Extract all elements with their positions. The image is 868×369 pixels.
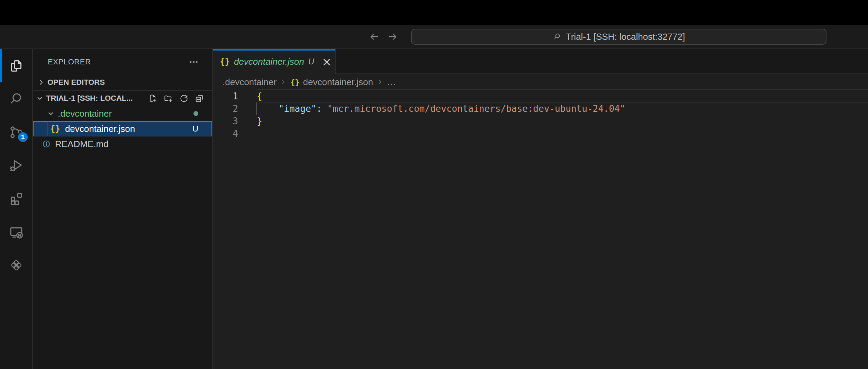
search-magnifier-icon bbox=[8, 91, 24, 107]
tree-item-devcontainer-json[interactable]: {} devcontainer.json U bbox=[33, 121, 212, 136]
remote-explorer-icon bbox=[8, 224, 24, 240]
macos-menubar-strip bbox=[0, 0, 868, 25]
json-file-icon: {} bbox=[50, 124, 60, 134]
chevron-right-icon bbox=[37, 78, 45, 87]
editor-area: {} devcontainer.json U × .devcontainer {… bbox=[213, 49, 868, 369]
sidebar-title: EXPLORER bbox=[48, 57, 91, 66]
breadcrumbs: .devcontainer {} devcontainer.json … bbox=[213, 74, 868, 90]
code-line: 1 { bbox=[213, 90, 868, 102]
chevron-right-icon bbox=[377, 79, 383, 86]
breadcrumb-folder[interactable]: .devcontainer bbox=[223, 77, 277, 88]
activity-item-source-control[interactable]: 1 bbox=[0, 116, 32, 149]
extensions-icon bbox=[8, 191, 24, 207]
tab-bar: {} devcontainer.json U × bbox=[213, 49, 868, 74]
code-line: 3 } bbox=[213, 115, 868, 127]
titlebar: Trial-1 [SSH: localhost:32772] bbox=[0, 25, 868, 49]
json-file-icon: {} bbox=[220, 57, 230, 66]
activity-item-remote-explorer[interactable] bbox=[0, 215, 32, 249]
workspace-actions bbox=[147, 93, 205, 104]
json-file-icon: {} bbox=[290, 78, 300, 87]
code-token: } bbox=[257, 116, 262, 126]
activity-item-extension-diamond[interactable] bbox=[0, 249, 32, 282]
open-editors-section[interactable]: OPEN EDITORS bbox=[33, 75, 212, 90]
arrow-left-icon bbox=[369, 31, 380, 42]
activity-bar: 1 bbox=[0, 49, 33, 369]
open-editors-label: OPEN EDITORS bbox=[47, 78, 105, 87]
sidebar-header: EXPLORER bbox=[33, 49, 212, 75]
activity-item-run-debug[interactable] bbox=[0, 149, 32, 182]
command-center-search[interactable]: Trial-1 [SSH: localhost:32772] bbox=[411, 29, 826, 45]
breadcrumb-file[interactable]: devcontainer.json bbox=[303, 77, 373, 88]
refresh-button[interactable] bbox=[179, 93, 189, 104]
code-token bbox=[257, 104, 279, 114]
active-tab-top-border bbox=[213, 49, 335, 51]
tab-untracked-badge: U bbox=[308, 57, 314, 66]
file-label: README.md bbox=[55, 139, 109, 150]
window-title: Trial-1 [SSH: localhost:32772] bbox=[566, 32, 685, 42]
tree-item-devcontainer-folder[interactable]: .devcontainer bbox=[33, 106, 212, 121]
breadcrumb-symbol-more[interactable]: … bbox=[387, 77, 396, 88]
more-actions-button[interactable] bbox=[189, 57, 199, 67]
refresh-icon bbox=[179, 93, 189, 104]
new-file-icon bbox=[147, 93, 158, 104]
scm-count-badge: 1 bbox=[17, 132, 28, 143]
diamond-icon bbox=[8, 257, 24, 273]
code-line: 4 bbox=[213, 127, 868, 140]
back-button[interactable] bbox=[366, 29, 382, 45]
git-status-badge: U bbox=[192, 124, 198, 134]
file-label: devcontainer.json bbox=[65, 124, 135, 134]
code-token: { bbox=[257, 91, 262, 101]
nav-history-controls bbox=[366, 25, 401, 48]
forward-button[interactable] bbox=[385, 29, 401, 45]
activity-item-explorer[interactable] bbox=[0, 49, 32, 82]
git-contains-changes-dot bbox=[193, 111, 198, 116]
new-folder-button[interactable] bbox=[163, 93, 173, 104]
line-number: 2 bbox=[213, 102, 238, 115]
info-icon bbox=[42, 140, 51, 148]
files-icon bbox=[8, 58, 24, 74]
new-folder-icon bbox=[163, 93, 173, 104]
activity-item-search[interactable] bbox=[0, 82, 32, 116]
search-icon bbox=[553, 32, 562, 41]
explorer-sidebar: EXPLORER OPEN EDITORS TRIAL-1 [SSH: LOCA… bbox=[33, 49, 213, 369]
code-token: : bbox=[316, 104, 327, 114]
line-number: 1 bbox=[213, 90, 238, 102]
code-token: "image" bbox=[279, 104, 317, 114]
active-tab-indicator bbox=[0, 49, 2, 82]
chevron-right-icon bbox=[280, 79, 287, 86]
code-token: "mcr.microsoft.com/devcontainers/base:de… bbox=[327, 104, 625, 114]
tree-indent-guide bbox=[47, 121, 47, 136]
ellipsis-icon bbox=[189, 57, 199, 67]
code-line: 2 "image": "mcr.microsoft.com/devcontain… bbox=[213, 102, 868, 115]
line-number: 3 bbox=[213, 115, 238, 127]
close-icon[interactable]: × bbox=[322, 56, 332, 68]
line-number: 4 bbox=[213, 127, 238, 140]
run-debug-icon bbox=[8, 158, 24, 173]
tab-label: devcontainer.json bbox=[234, 56, 304, 67]
chevron-down-icon bbox=[47, 109, 55, 118]
code-editor[interactable]: 1 { 2 "image": "mcr.microsoft.com/devcon… bbox=[213, 90, 868, 140]
new-file-button[interactable] bbox=[147, 93, 158, 104]
workspace-label: TRIAL-1 [SSH: LOCAL... bbox=[46, 94, 133, 103]
arrow-right-icon bbox=[387, 31, 398, 42]
tab-devcontainer-json[interactable]: {} devcontainer.json U × bbox=[213, 49, 336, 74]
workspace-section-header[interactable]: TRIAL-1 [SSH: LOCAL... bbox=[33, 91, 212, 106]
tree-item-readme[interactable]: README.md bbox=[33, 136, 212, 152]
collapse-all-button[interactable] bbox=[194, 93, 205, 104]
chevron-down-icon bbox=[36, 94, 44, 102]
folder-label: .devcontainer bbox=[58, 108, 112, 119]
collapse-all-icon bbox=[194, 93, 205, 104]
activity-item-extensions[interactable] bbox=[0, 182, 32, 215]
